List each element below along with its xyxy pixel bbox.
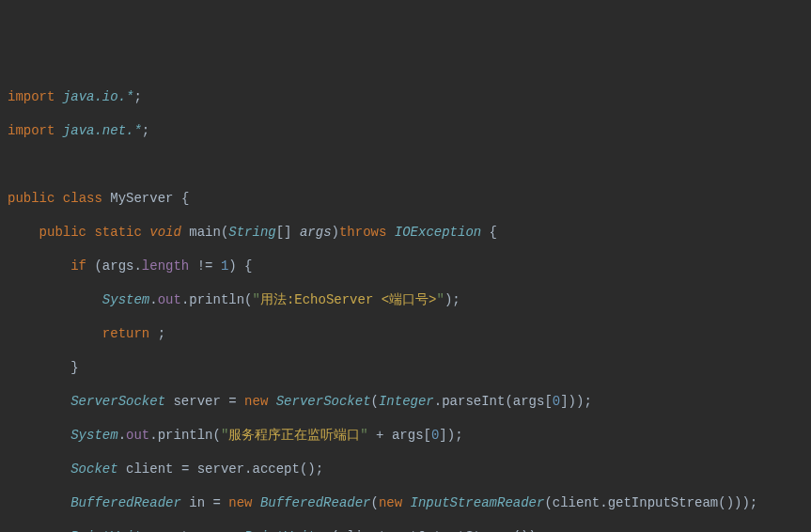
code-editor[interactable]: import java.io.*; import java.net.*; pub… xyxy=(8,71,803,532)
code-line: PrintWriter out = new PrintWriter(client… xyxy=(8,528,803,532)
code-line: Socket client = server.accept(); xyxy=(8,461,803,477)
code-line: if (args.length != 1) { xyxy=(8,258,803,274)
package: java.io.* xyxy=(63,89,134,104)
code-line: ServerSocket server = new ServerSocket(I… xyxy=(8,393,803,410)
code-line: BufferedReader in = new BufferedReader(n… xyxy=(8,494,803,511)
class-name: MyServer xyxy=(110,191,173,206)
code-line xyxy=(8,156,803,173)
code-line: import java.io.*; xyxy=(8,88,803,105)
code-line: public static void main(String[] args)th… xyxy=(8,224,803,241)
package: java.net.* xyxy=(63,123,142,138)
code-line: } xyxy=(8,359,803,376)
code-line: public class MyServer { xyxy=(8,190,803,207)
keyword-public: public xyxy=(8,191,55,206)
keyword-class: class xyxy=(63,191,102,206)
code-line: System.out.println("服务程序正在监听端口" + args[0… xyxy=(8,427,803,444)
code-line: System.out.println("用法:EchoServer <端口号>"… xyxy=(8,291,803,308)
code-line: import java.net.*; xyxy=(8,122,803,139)
code-line: return ; xyxy=(8,325,803,342)
keyword-import: import xyxy=(8,123,55,138)
keyword-import: import xyxy=(8,89,55,104)
